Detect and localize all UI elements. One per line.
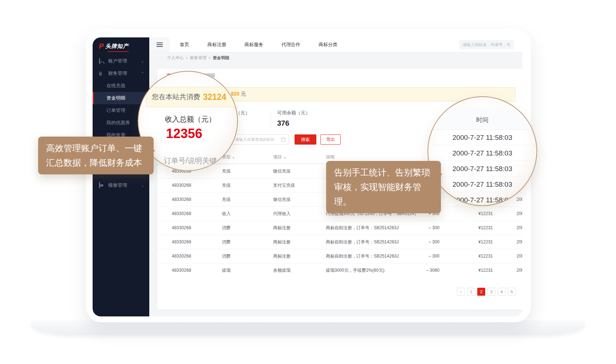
sidebar-toggle-button[interactable]: [149, 37, 170, 52]
cell-order: 48330268: [172, 211, 222, 216]
cell-project: 支付宝充值: [273, 182, 326, 189]
stat-label: 可用余额（元）: [277, 110, 310, 116]
cell-type: 充值: [222, 197, 273, 203]
nav-item-agent-coop[interactable]: 代理合作: [281, 41, 300, 48]
magnifier-circle-right: 时间 2000-7-27 11:58:03 2000-7-27 11:58:03…: [427, 96, 537, 206]
cell-balance: ¥12231: [439, 268, 493, 273]
cell-type: 消费: [222, 225, 273, 231]
cell-type: 提现: [222, 267, 273, 274]
cell-balance: ¥12231: [439, 239, 493, 244]
yuan-circle-icon: ¥: [99, 70, 105, 76]
callout-left: 高效管理账户订单、一键汇总数据，降低财务成本: [38, 137, 154, 174]
sidebar-item-label: 财务管理: [108, 70, 127, 77]
date-input[interactable]: [232, 135, 277, 144]
cell-amount: – 300: [414, 225, 439, 230]
cell-amount: – 3060: [414, 268, 439, 273]
cell-type: 收入: [222, 211, 273, 217]
cell-desc: 商标自助注册，订单号：SB2514263J: [326, 253, 414, 259]
cell-time: 2000-7-27 11:58:03: [493, 268, 522, 273]
breadcrumb-item[interactable]: 财务管理: [190, 55, 207, 61]
magnified-time: 2000-7-27 11:58:03: [428, 130, 536, 145]
table-row: 48330268 提现 余额提现 提现3000元，手续费2%(60元) – 30…: [157, 263, 522, 277]
cell-project: 代理收入: [273, 211, 326, 217]
callout-right: 告别手工统计、告别繁琐审核，实现智能财务管理。: [326, 161, 441, 213]
brand-p-icon: P: [99, 42, 104, 50]
search-input[interactable]: [459, 40, 514, 49]
magnified-income-label: 收入总额（元）: [165, 114, 216, 124]
nav-menu: 首页 商标注册 商标服务 代理合作 商标分类: [180, 41, 337, 48]
cell-balance: ¥12231: [439, 254, 493, 259]
cell-project: 商标注册: [273, 239, 326, 245]
breadcrumb: 个人中心 > 财务管理 > 资金明细: [149, 52, 522, 63]
magnified-income-value: 12356: [166, 126, 202, 141]
table-row: 48330268 消费 商标注册 商标自助注册，订单号：SB2514263J –…: [157, 249, 522, 263]
cell-project: 余额提现: [273, 267, 326, 274]
magnified-keyword-text: 订单号/说明关键: [164, 156, 217, 166]
cell-type: 消费: [222, 239, 273, 245]
brand-subline: [108, 51, 129, 52]
cell-type: 充值: [222, 182, 273, 189]
sidebar-item-template[interactable]: 模板管理 ⌄: [93, 179, 149, 191]
brand-name: 头牌知产: [105, 43, 129, 50]
cell-project: 微信充值: [273, 168, 326, 174]
pagination: ‹ 1 2 3 4 5: [457, 288, 516, 296]
pagination-page-3[interactable]: 3: [487, 288, 495, 296]
col-header-project[interactable]: 项目⌄: [273, 154, 326, 160]
sidebar-item-label: 账户管理: [108, 58, 127, 64]
col-header-type[interactable]: 类型⌄: [222, 154, 273, 160]
magnified-time: 2000-7-27 11:58:03: [428, 145, 536, 161]
cell-time: 2000-7-27 11:58:03: [493, 239, 522, 244]
cell-order: 48330268: [172, 197, 222, 202]
user-icon: [99, 58, 105, 64]
stat-balance: 可用余额（元） 376: [277, 110, 310, 128]
breadcrumb-current: 资金明细: [212, 55, 229, 61]
cell-project: 微信充值: [273, 197, 326, 203]
pagination-page-1[interactable]: 1: [467, 288, 475, 296]
stat-divider: [271, 110, 271, 127]
export-button[interactable]: 导出: [320, 134, 341, 145]
sidebar-item-finance[interactable]: ¥ 财务管理 ⌃: [93, 67, 149, 80]
magnified-banner: 您在本站共消费 32124: [146, 87, 238, 107]
chevron-up-icon: ⌃: [141, 71, 144, 76]
pagination-prev-button[interactable]: ‹: [457, 288, 465, 296]
chevron-down-icon: ⌄: [141, 59, 144, 64]
breadcrumb-separator: >: [208, 56, 211, 60]
table-row: 48330268 消费 商标注册 商标自助注册，订单号：SB2514263J –…: [157, 235, 522, 249]
col-header-desc: 说明: [326, 154, 414, 160]
cell-balance: ¥12231: [439, 211, 493, 216]
nav-item-trademark-category[interactable]: 商标分类: [319, 41, 337, 48]
breadcrumb-separator: >: [186, 56, 188, 60]
calendar-icon[interactable]: [281, 138, 285, 142]
cell-amount: – 300: [414, 254, 439, 259]
sidebar-item-online-recharge[interactable]: 在线充值: [93, 80, 149, 92]
cell-order: 48330268: [172, 254, 222, 259]
cell-type: 消费: [222, 253, 273, 259]
nav-item-trademark-register[interactable]: 商标注册: [207, 41, 226, 48]
cell-project: 商标注册: [273, 253, 326, 259]
cell-desc: 商标自助注册，订单号：SB2514263J: [326, 239, 414, 245]
cell-time: 2000-7-27 11:58:03: [493, 225, 522, 230]
cell-project: 商标注册: [273, 225, 326, 231]
sidebar-item-account[interactable]: 账户管理 ⌄: [93, 55, 149, 67]
cell-desc: 提现3000元，手续费2%(60元): [326, 267, 414, 274]
brand-logo[interactable]: P 头牌知产: [93, 37, 149, 55]
pagination-page-2[interactable]: 2: [477, 288, 485, 296]
cell-amount: – 300: [414, 239, 439, 244]
grid-icon: [99, 182, 105, 188]
nav-item-trademark-service[interactable]: 商标服务: [244, 41, 263, 48]
pagination-page-4[interactable]: 4: [498, 288, 506, 296]
cell-order: 48330268: [172, 183, 222, 188]
cell-balance: ¥12231: [439, 225, 493, 230]
nav-item-home[interactable]: 首页: [180, 41, 189, 48]
sidebar: P 头牌知产 账户管理 ⌄ ¥ 财务管理 ⌃ 在线充值 资金明细 订单管理 我的…: [93, 37, 149, 316]
chevron-down-icon: ⌄: [232, 154, 235, 159]
breadcrumb-item[interactable]: 个人中心: [167, 55, 184, 61]
hamburger-icon: [157, 41, 163, 48]
banner-fragment-unit: 元: [241, 91, 246, 97]
magnified-time: 2000-7-27 11:58:03: [428, 177, 536, 192]
search-button[interactable]: 搜索: [295, 134, 316, 145]
cell-desc: 商标自助注册，订单号：SB2514263J: [326, 225, 414, 231]
table-row: 48330268 消费 商标注册 商标自助注册，订单号：SB2514263J –…: [157, 221, 522, 235]
pagination-page-5[interactable]: 5: [508, 288, 516, 296]
cell-type: 充值: [222, 168, 273, 174]
